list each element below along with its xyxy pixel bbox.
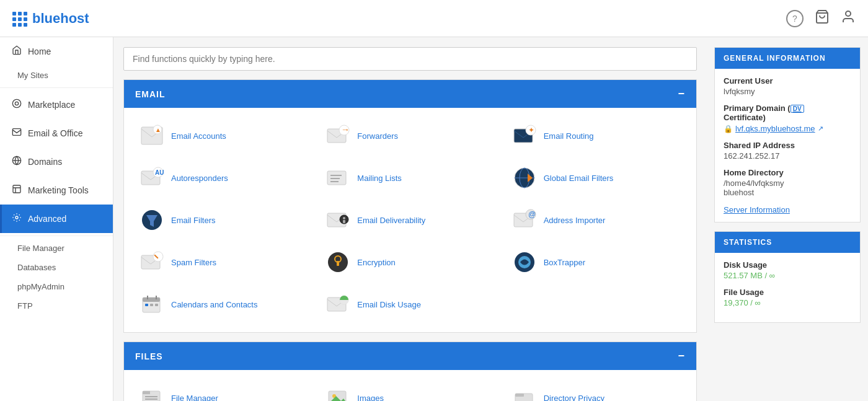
files-collapse-icon[interactable]: − (678, 350, 685, 363)
global-email-filters-label: Global Email Filters (544, 174, 614, 183)
disk-usage-row: Disk Usage 521.57 MB / ∞ (724, 260, 851, 280)
sidebar-item-advanced[interactable]: Advanced (0, 205, 113, 233)
server-info-link[interactable]: Server Information (724, 205, 790, 214)
calendars-contacts-item[interactable]: Calendars and Contacts (134, 286, 314, 322)
svg-rect-59 (145, 399, 157, 400)
sidebar-item-email-office[interactable]: Email & Office (0, 119, 113, 148)
email-deliverability-item[interactable]: Email Deliverability (320, 202, 500, 238)
svg-text:▲: ▲ (155, 126, 161, 133)
files-section: FILES − File Manager (123, 342, 697, 401)
home-dir-value: /home4/lvfqksmy (724, 178, 851, 188)
shared-ip-label: Shared IP Address (724, 141, 851, 150)
home-dir-sub: bluehost (724, 188, 851, 197)
file-manager-item[interactable]: File Manager (134, 380, 314, 401)
autoresponders-item[interactable]: AUTO Autoresponders (134, 160, 314, 196)
general-info-title: GENERAL INFORMATION (724, 54, 826, 63)
right-panel: GENERAL INFORMATION Current User lvfqksm… (707, 37, 868, 401)
sidebar-divider-1 (0, 87, 113, 88)
email-disk-usage-item[interactable]: Email Disk Usage (320, 286, 500, 322)
address-importer-item[interactable]: @ Address Importer (507, 202, 686, 238)
file-usage-row: File Usage 19,370 / ∞ (724, 288, 851, 307)
address-importer-label: Address Importer (544, 216, 606, 225)
spam-filters-icon (139, 249, 165, 275)
sidebar-sub-ftp[interactable]: FTP (0, 296, 113, 315)
user-icon[interactable] (841, 9, 856, 27)
svg-rect-53 (155, 304, 158, 306)
file-manager-sub-label: File Manager (17, 244, 64, 253)
email-accounts-label: Email Accounts (171, 131, 226, 141)
global-email-filters-item[interactable]: Global Email Filters (507, 160, 686, 196)
svg-rect-51 (145, 304, 148, 306)
mailing-lists-item[interactable]: Mailing Lists (320, 160, 500, 196)
sidebar-home-label: Home (28, 46, 51, 56)
svg-rect-65 (515, 394, 524, 397)
directory-privacy-label: Directory Privacy (544, 394, 604, 402)
sidebar-marketplace-label: Marketplace (28, 100, 75, 110)
encryption-item[interactable]: Encryption (320, 244, 500, 280)
email-accounts-item[interactable]: ▲ Email Accounts (134, 118, 314, 154)
sidebar-item-marketplace[interactable]: Marketplace (0, 90, 113, 119)
dv-badge[interactable]: DV (790, 105, 804, 113)
general-info-body: Current User lvfqksmy Primary Domain (DV… (715, 69, 860, 222)
sidebar-divider-2 (0, 236, 113, 236)
mailing-lists-icon (325, 165, 351, 191)
logo-text: bluehost (32, 11, 89, 27)
statistics-title: STATISTICS (724, 238, 772, 247)
files-section-header: FILES − (124, 342, 696, 370)
shared-ip-value: 162.241.252.17 (724, 151, 851, 161)
sidebar-item-domains[interactable]: Domains (0, 148, 113, 176)
advanced-icon (12, 213, 22, 225)
help-icon[interactable]: ? (786, 10, 804, 27)
primary-domain-value[interactable]: lvf.qks.mybluehost.me (735, 124, 815, 133)
home-dir-row: Home Directory /home4/lvfqksmy bluehost (724, 168, 851, 197)
sidebar-item-marketing-tools[interactable]: Marketing Tools (0, 176, 113, 205)
email-filters-item[interactable]: Email Filters (134, 202, 314, 238)
svg-point-8 (16, 216, 18, 219)
spam-filters-label: Spam Filters (171, 258, 216, 267)
forwarders-label: Forwarders (357, 131, 398, 141)
logo-grid-icon (12, 12, 26, 25)
email-section: EMAIL − ▲ Em (123, 79, 697, 333)
files-section-body: File Manager Images (124, 370, 696, 401)
svg-rect-35 (343, 220, 345, 223)
shared-ip-row: Shared IP Address 162.241.252.17 (724, 141, 851, 161)
logo-area: bluehost (12, 11, 89, 27)
images-icon (325, 385, 351, 401)
email-routing-item[interactable]: ✦ Email Routing (507, 118, 686, 154)
directory-privacy-icon (512, 385, 538, 401)
email-section-title: EMAIL (135, 89, 166, 99)
domains-icon (12, 156, 22, 168)
general-info-box: GENERAL INFORMATION Current User lvfqksm… (714, 47, 861, 223)
email-filters-label: Email Filters (171, 216, 216, 225)
external-link-icon[interactable]: ↗ (818, 125, 823, 133)
sidebar-item-my-sites[interactable]: My Sites (0, 66, 113, 85)
email-accounts-icon: ▲ (139, 123, 165, 149)
spam-filters-item[interactable]: Spam Filters (134, 244, 314, 280)
email-collapse-icon[interactable]: − (678, 87, 685, 100)
server-info-row: Server Information (724, 205, 851, 214)
sidebar-sub-file-manager[interactable]: File Manager (0, 239, 113, 258)
svg-rect-4 (12, 129, 20, 136)
sidebar-sub-phpmyadmin[interactable]: phpMyAdmin (0, 277, 113, 296)
current-user-label: Current User (724, 76, 851, 86)
search-input[interactable] (123, 47, 697, 71)
svg-rect-57 (143, 391, 150, 394)
sidebar-email-office-label: Email & Office (28, 128, 82, 138)
sidebar-sub-databases[interactable]: Databases (0, 258, 113, 277)
main-layout: Home My Sites Marketplace Email & Office… (0, 37, 868, 401)
files-section-title: FILES (135, 351, 163, 361)
phpmyadmin-sub-label: phpMyAdmin (17, 282, 64, 291)
current-user-row: Current User lvfqksmy (724, 76, 851, 96)
svg-rect-58 (145, 396, 157, 397)
svg-point-1 (846, 11, 851, 16)
statistics-box: STATISTICS Disk Usage 521.57 MB / ∞ File… (714, 231, 861, 323)
marketing-icon (12, 184, 22, 196)
forwarders-item[interactable]: → Forwarders (320, 118, 500, 154)
images-item[interactable]: Images (320, 380, 500, 401)
sidebar-item-home[interactable]: Home (0, 37, 113, 66)
svg-rect-44 (337, 261, 339, 266)
directory-privacy-item[interactable]: Directory Privacy (507, 380, 686, 401)
databases-sub-label: Databases (17, 263, 56, 272)
boxtrapper-item[interactable]: BoxTrapper (507, 244, 686, 280)
cart-icon[interactable] (815, 9, 830, 27)
